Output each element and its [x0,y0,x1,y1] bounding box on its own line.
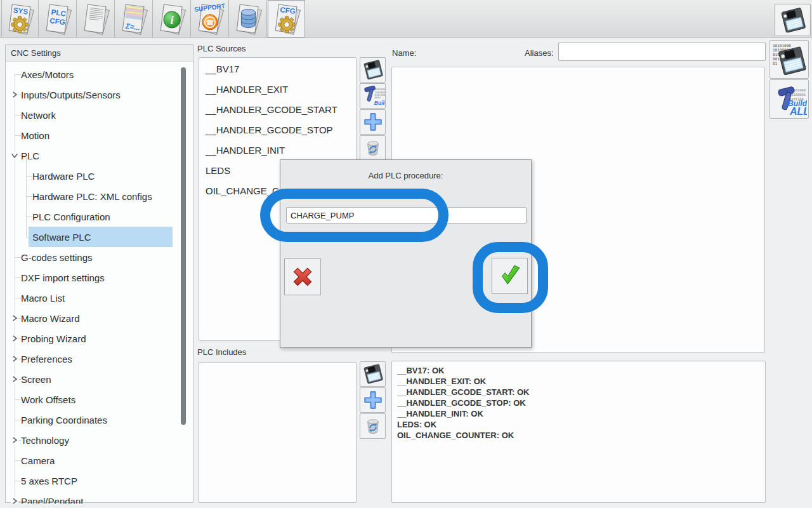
top-toolbar: SYS PLC CFG [0,0,812,38]
chevron-right-icon[interactable] [11,335,18,342]
sources-build-button[interactable]: 10101000 10100001 0101100 0011 Build [360,83,386,109]
sidebar-item-hardware-plc[interactable]: Hardware PLC [6,166,193,186]
sidebar-item-panel-pendant[interactable]: Panel/Pendant [6,491,193,504]
trash-recycle-icon [362,137,384,159]
phone-glyph: ☎ [206,18,214,26]
save-all-binary-button[interactable]: 10101000 10100001 0101100 0011 01 [769,40,809,79]
sidebar-item-motion[interactable]: Motion [6,125,193,145]
chevron-right-icon[interactable] [11,436,18,444]
source-item[interactable]: __HANDLER_EXIT [199,79,356,100]
sidebar-item-plc[interactable]: PLC [6,145,193,166]
chevron-right-icon[interactable] [11,375,18,383]
sidebar-item-dxf-import-settings[interactable]: DXF import settings [6,267,193,288]
chevron-right-icon[interactable] [11,91,18,98]
build-all-button[interactable]: 10101000 10100001 0101100 Build ALL [769,79,809,119]
build-hammer-icon: 10101000 10100001 0101100 0011 Build [361,84,385,108]
floppy-save-icon [362,58,384,81]
sidebar-item-gcodes-settings[interactable]: G-codes settings [6,247,193,267]
sidebar-item-plc-configuration[interactable]: PLC Configuration [6,206,193,227]
toolbar-button-text-document[interactable] [77,0,115,37]
toolbar-save-button[interactable] [775,4,811,36]
sources-delete-button[interactable] [360,135,386,161]
toolbar-button-database[interactable] [230,0,267,37]
toolbar-button-sys[interactable]: SYS [1,0,39,37]
dialog-title: Add PLC procedure: [280,171,531,180]
sources-add-button[interactable] [360,109,386,135]
trash-recycle-icon [362,415,384,438]
dialog-ok-button[interactable] [492,258,528,294]
log-line: __HANDLER_GCODE_STOP: OK [397,398,760,408]
build-label: Build [374,100,384,106]
sidebar-item-inputs-outputs-sensors[interactable]: Inputs/Outputs/Sensors [6,84,193,105]
sys-document-gear-icon: SYS [3,2,37,36]
sidebar-item-macro-wizard[interactable]: Macro Wizard [6,308,193,328]
plus-icon [362,110,384,133]
toolbar-button-plc-cfg[interactable]: PLC CFG [39,0,77,37]
chevron-down-icon[interactable] [11,152,18,159]
chevron-right-icon[interactable] [11,314,18,322]
toolbar-button-cfg[interactable]: CFG [268,0,305,37]
plc-build-log[interactable]: __BV17: OK __HANDLER_EXIT: OK __HANDLER_… [391,361,766,503]
svg-text:0011: 0011 [374,96,381,99]
text-lines-document-icon [79,2,113,36]
log-line: __HANDLER_INIT: OK [397,408,760,419]
svg-text:10101000: 10101000 [773,43,791,48]
toolbar-button-info[interactable]: i [154,0,191,37]
sidebar-item-work-offsets[interactable]: Work Offsets [6,389,193,410]
red-x-cancel-icon [288,262,317,291]
chevron-right-icon[interactable] [11,355,18,363]
floppy-binary-save-icon: 10101000 10100001 0101100 0011 01 [771,42,807,77]
sidebar-item-network[interactable]: Network [6,105,193,125]
sources-save-button[interactable] [360,57,386,83]
aliases-label: Aliases: [525,48,554,58]
name-label: Name: [392,48,416,58]
floppy-save-icon [778,6,808,35]
plc-cfg-document-icon: PLC CFG [41,2,75,36]
source-item[interactable]: __BV17 [199,59,356,79]
sidebar-item-software-plc[interactable]: Software PLC [6,227,193,247]
cfg-document-gear-icon: CFG [270,2,304,36]
toolbar-button-variables[interactable]: Σ=... [115,0,153,37]
green-check-confirm-icon [495,262,525,291]
sidebar-item-parking-coordinates[interactable]: Parking Coordinates [6,410,193,430]
source-item[interactable]: __HANDLER_INIT [199,140,356,161]
plc-includes-list[interactable] [199,362,357,503]
procedure-name-input[interactable] [286,207,527,224]
sidebar-item-technology[interactable]: Technology [6,430,193,450]
aliases-input[interactable] [558,43,766,61]
cnc-settings-header: CNC Settings [6,45,193,62]
plc-includes-title: PLC Includes [197,347,246,357]
sidebar-item-macro-list[interactable]: Macro List [6,288,193,308]
database-document-icon [231,2,265,36]
includes-add-button[interactable] [360,387,386,413]
sidebar-item-probing-wizard[interactable]: Probing Wizard [6,328,193,349]
plc-sources-title: PLC Sources [197,44,246,53]
floppy-save-icon [362,363,384,385]
log-line: __HANDLER_GCODE_START: OK [397,387,760,398]
sidebar-item-hardware-plc-xml[interactable]: Hardware PLC: XML configs [6,186,193,206]
dialog-cancel-button[interactable] [284,258,321,295]
add-plc-procedure-dialog: Add PLC procedure: [280,159,532,348]
sigma-variables-document-icon: Σ=... [117,2,151,36]
info-document-icon: i [155,2,189,36]
sidebar-item-screen[interactable]: Screen [6,369,193,389]
log-line: LEDS: OK [397,419,760,430]
log-line: __HANDLER_EXIT: OK [397,376,760,387]
info-glyph: i [170,13,173,26]
log-line: __BV17: OK [397,365,760,376]
log-line: OIL_CHANGE_COUNTER: OK [397,430,760,441]
sidebar-item-camera[interactable]: Camera [6,450,193,471]
support-phone-document-icon: SUPPORT ☎ [193,2,227,36]
sidebar-item-axes-motors[interactable]: Axes/Motors [6,64,193,84]
sidebar-item-5-axes-rtcp[interactable]: 5 axes RTCP [6,471,193,491]
sidebar-item-preferences[interactable]: Preferences [6,349,193,369]
toolbar-button-support[interactable]: SUPPORT ☎ [192,0,229,37]
tree-scrollbar[interactable] [181,67,186,425]
svg-text:01: 01 [773,61,778,65]
source-item[interactable]: __HANDLER_GCODE_STOP [199,120,356,140]
source-item[interactable]: __HANDLER_GCODE_START [199,100,356,120]
includes-save-button[interactable] [360,361,386,387]
build-all-label: ALL [789,106,807,117]
chevron-right-icon[interactable] [11,497,18,504]
includes-delete-button[interactable] [360,413,386,439]
